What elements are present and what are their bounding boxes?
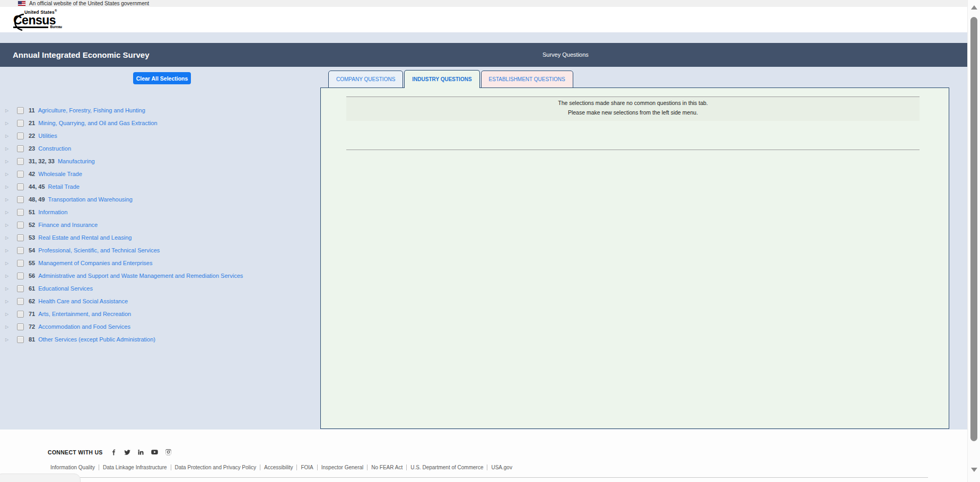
industry-code: 54 [29,247,35,253]
industry-checkbox[interactable] [17,183,24,190]
footer-link[interactable]: U.S. Department of Commerce [410,465,483,470]
industry-link[interactable]: Mining, Quarrying, and Oil and Gas Extra… [38,120,157,126]
expand-chevron-icon[interactable]: ▷ [5,325,14,329]
industry-link[interactable]: Professional, Scientific, and Technical … [38,247,160,253]
footer-link[interactable]: FOIA [301,465,313,470]
industry-checkbox[interactable] [17,285,24,292]
industry-link[interactable]: Utilities [38,133,57,139]
expand-chevron-icon[interactable]: ▷ [5,286,14,291]
linkedin-icon[interactable] [137,449,144,455]
industry-link[interactable]: Finance and Insurance [38,222,98,228]
industry-code: 52 [29,222,35,228]
footer: CONNECT WITH US Information QualityData … [0,430,980,482]
industry-link[interactable]: Manufacturing [58,158,95,164]
tab-establishment-questions[interactable]: ESTABLISHMENT QUESTIONS [481,71,573,88]
footer-link[interactable]: Information Quality [50,465,95,470]
vertical-scrollbar[interactable] [967,0,980,482]
industry-link[interactable]: Retail Trade [48,183,80,190]
tab-industry-questions[interactable]: INDUSTRY QUESTIONS [404,70,479,88]
expand-chevron-icon[interactable]: ▷ [5,108,14,113]
twitter-icon[interactable] [124,449,131,456]
expand-chevron-icon[interactable]: ▷ [5,223,14,227]
youtube-icon[interactable] [151,448,159,456]
expand-chevron-icon[interactable]: ▷ [5,210,14,215]
footer-link[interactable]: Inspector General [321,465,364,470]
connect-with-us-label: CONNECT WITH US [48,449,103,455]
industry-link[interactable]: Construction [38,145,71,152]
scroll-down-arrow-icon[interactable] [971,468,977,472]
industry-link[interactable]: Information [38,209,67,215]
industry-checkbox[interactable] [17,145,24,152]
facebook-icon[interactable] [110,449,117,456]
industry-link[interactable]: Management of Companies and Enterprises [38,260,152,266]
gov-banner: An official website of the United States… [0,0,980,7]
instagram-icon[interactable] [165,449,172,455]
expand-chevron-icon[interactable]: ▷ [5,312,14,317]
tab-company-questions[interactable]: COMPANY QUESTIONS [328,71,403,88]
industry-code: 51 [29,209,35,215]
industry-checkbox[interactable] [17,209,24,216]
industry-link[interactable]: Other Services (except Public Administra… [38,336,155,343]
expand-chevron-icon[interactable]: ▷ [5,274,14,278]
scroll-up-arrow-icon[interactable] [971,5,977,10]
expand-chevron-icon[interactable]: ▷ [5,134,14,138]
expand-chevron-icon[interactable]: ▷ [5,159,14,164]
industry-link[interactable]: Agriculture, Forestry, Fishing and Hunti… [38,107,145,113]
footer-link[interactable]: USA.gov [491,465,512,470]
footer-link[interactable]: No FEAR Act [371,465,402,470]
industry-link[interactable]: Transportation and Warehousing [48,196,133,203]
industry-checkbox[interactable] [17,133,24,139]
industry-code: 11 [29,107,35,113]
industry-checkbox[interactable] [17,171,24,178]
industry-checkbox[interactable] [17,196,24,203]
industry-code: 62 [29,298,35,304]
industry-checkbox[interactable] [17,234,24,241]
industry-tree-row: ▷ 11 Agriculture, Forestry, Fishing and … [0,104,320,117]
industry-checkbox[interactable] [17,247,24,254]
industry-code: 53 [29,234,35,241]
footer-link[interactable]: Accessibility [264,465,293,470]
expand-chevron-icon[interactable]: ▷ [5,197,14,202]
industry-code: 22 [29,133,35,139]
industry-tree-row: ▷ 62 Health Care and Social Assistance [0,295,320,308]
industry-checkbox[interactable] [17,336,24,343]
industry-checkbox[interactable] [17,120,24,127]
industry-checkbox[interactable] [17,298,24,305]
expand-chevron-icon[interactable]: ▷ [5,146,14,151]
industry-link[interactable]: Wholesale Trade [38,171,82,177]
title-bar: Annual Integrated Economic Survey Survey… [0,43,980,67]
industry-code: 81 [29,336,35,343]
industry-checkbox[interactable] [17,107,24,114]
vertical-scrollbar-thumb[interactable] [970,17,977,441]
industry-checkbox[interactable] [17,323,24,330]
industry-checkbox[interactable] [17,222,24,229]
industry-checkbox[interactable] [17,158,24,165]
industry-link[interactable]: Accommodation and Food Services [38,323,130,330]
industry-link[interactable]: Arts, Entertainment, and Recreation [38,311,131,317]
expand-chevron-icon[interactable]: ▷ [5,235,14,240]
bottom-corner-widget [0,474,81,482]
expand-chevron-icon[interactable]: ▷ [5,121,14,126]
industry-checkbox[interactable] [17,273,24,279]
footer-link-separator [487,465,487,470]
expand-chevron-icon[interactable]: ▷ [5,172,14,177]
expand-chevron-icon[interactable]: ▷ [5,299,14,304]
message-line-2: Please make new selections from the left… [346,109,920,116]
nav-survey-questions[interactable]: Survey Questions [542,43,589,67]
industry-code: 56 [29,273,35,279]
industry-link[interactable]: Administrative and Support and Waste Man… [38,273,243,279]
industry-link[interactable]: Educational Services [38,285,93,292]
expand-chevron-icon[interactable]: ▷ [5,337,14,342]
industry-link[interactable]: Health Care and Social Assistance [38,298,128,304]
industry-checkbox[interactable] [17,260,24,267]
clear-all-selections-button[interactable]: Clear All Selections [133,72,191,84]
industry-link[interactable]: Real Estate and Rental and Leasing [38,234,132,241]
footer-link[interactable]: Data Protection and Privacy Policy [175,465,256,470]
no-common-questions-message: The selections made share no common ques… [346,97,920,121]
industry-checkbox[interactable] [17,311,24,318]
expand-chevron-icon[interactable]: ▷ [5,261,14,266]
expand-chevron-icon[interactable]: ▷ [5,185,14,189]
expand-chevron-icon[interactable]: ▷ [5,248,14,253]
census-bureau-logo[interactable]: United States® Census Bureau [13,9,71,32]
footer-link[interactable]: Data Linkage Infrastructure [103,465,167,470]
